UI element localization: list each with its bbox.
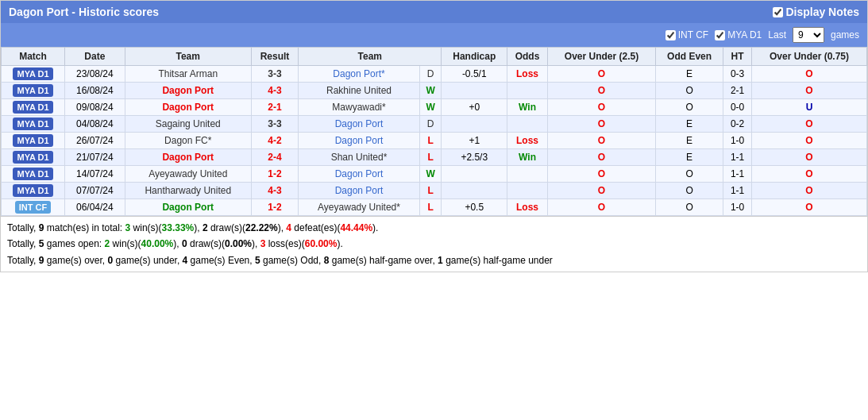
cell-match: MYA D1 bbox=[2, 149, 65, 166]
cell-odd-even: E bbox=[655, 116, 723, 133]
cell-wdl: L bbox=[419, 133, 442, 149]
match-badge: MYA D1 bbox=[13, 118, 52, 130]
cell-odds: Win bbox=[507, 149, 548, 166]
col-odds: Odds bbox=[507, 48, 548, 66]
cell-handicap bbox=[442, 166, 507, 183]
cell-result: 4-2 bbox=[251, 133, 298, 149]
cell-wdl: W bbox=[419, 99, 442, 116]
table-row: INT CF 06/04/24 Dagon Port 1-2 Ayeyawady… bbox=[2, 199, 867, 216]
cell-match: MYA D1 bbox=[2, 116, 65, 133]
cell-result: 2-1 bbox=[251, 99, 298, 116]
cell-team-away: Mawyawadi* bbox=[299, 99, 420, 116]
match-badge: MYA D1 bbox=[13, 151, 52, 164]
cell-match: MYA D1 bbox=[2, 83, 65, 99]
col-team-home: Team bbox=[125, 48, 251, 66]
cell-team-home: Dagon Port bbox=[125, 99, 251, 116]
cell-team-away: Dagon Port bbox=[299, 166, 420, 183]
cell-date: 21/07/24 bbox=[65, 149, 125, 166]
cell-team-away: Dagon Port bbox=[299, 183, 420, 199]
col-date: Date bbox=[65, 48, 125, 66]
table-row: MYA D1 26/07/24 Dagon FC* 4-2 Dagon Port… bbox=[2, 133, 867, 149]
cell-odd-even: O bbox=[655, 183, 723, 199]
cell-result: 2-4 bbox=[251, 149, 298, 166]
cell-over-under-075: O bbox=[751, 66, 866, 83]
cell-odds bbox=[507, 116, 548, 133]
cell-over-under-075: O bbox=[751, 83, 866, 99]
cell-ht: 1-1 bbox=[723, 166, 752, 183]
cell-over-under-075: O bbox=[751, 149, 866, 166]
cell-ht: 1-1 bbox=[723, 183, 752, 199]
col-match: Match bbox=[2, 48, 65, 66]
cell-ht: 1-1 bbox=[723, 149, 752, 166]
cell-odds bbox=[507, 183, 548, 199]
myad1-checkbox[interactable] bbox=[715, 30, 725, 40]
cell-odd-even: O bbox=[655, 199, 723, 216]
cell-odds: Loss bbox=[507, 199, 548, 216]
intcf-filter[interactable]: INT CF bbox=[665, 29, 708, 40]
cell-over-under: O bbox=[548, 66, 656, 83]
table-row: MYA D1 07/07/24 Hantharwady United 4-3 D… bbox=[2, 183, 867, 199]
cell-wdl: L bbox=[419, 183, 442, 199]
cell-odds bbox=[507, 166, 548, 183]
cell-date: 06/04/24 bbox=[65, 199, 125, 216]
cell-handicap: +0.5 bbox=[442, 199, 507, 216]
table-row: MYA D1 14/07/24 Ayeyawady United 1-2 Dag… bbox=[2, 166, 867, 183]
cell-wdl: L bbox=[419, 149, 442, 166]
cell-odd-even: O bbox=[655, 166, 723, 183]
cell-wdl: D bbox=[419, 116, 442, 133]
cell-odd-even: O bbox=[655, 83, 723, 99]
cell-team-away: Shan United* bbox=[299, 149, 420, 166]
cell-over-under: O bbox=[548, 149, 656, 166]
table-row: MYA D1 16/08/24 Dagon Port 4-3 Rakhine U… bbox=[2, 83, 867, 99]
cell-over-under: O bbox=[548, 166, 656, 183]
cell-over-under-075: O bbox=[751, 116, 866, 133]
cell-team-home: Dagon FC* bbox=[125, 133, 251, 149]
myad1-label: MYA D1 bbox=[727, 29, 762, 40]
cell-over-under-075: O bbox=[751, 183, 866, 199]
display-notes-checkbox[interactable] bbox=[773, 7, 783, 17]
cell-team-home: Dagon Port bbox=[125, 199, 251, 216]
intcf-label: INT CF bbox=[678, 29, 708, 40]
cell-over-under: O bbox=[548, 99, 656, 116]
main-container: Dagon Port - Historic scores Display Not… bbox=[0, 0, 868, 272]
cell-odds: Loss bbox=[507, 66, 548, 83]
table-row: MYA D1 21/07/24 Dagon Port 2-4 Shan Unit… bbox=[2, 149, 867, 166]
cell-ht: 0-0 bbox=[723, 99, 752, 116]
cell-match: MYA D1 bbox=[2, 166, 65, 183]
cell-team-away: Ayeyawady United* bbox=[299, 199, 420, 216]
table-row: MYA D1 23/08/24 Thitsar Arman 3-3 Dagon … bbox=[2, 66, 867, 83]
col-result: Result bbox=[251, 48, 298, 66]
cell-odds bbox=[507, 83, 548, 99]
cell-handicap: +0 bbox=[442, 99, 507, 116]
match-badge: MYA D1 bbox=[13, 168, 52, 180]
cell-team-away: Dagon Port bbox=[299, 116, 420, 133]
cell-match: MYA D1 bbox=[2, 133, 65, 149]
col-handicap: Handicap bbox=[442, 48, 507, 66]
cell-odds: Loss bbox=[507, 133, 548, 149]
cell-odd-even: E bbox=[655, 149, 723, 166]
intcf-checkbox[interactable] bbox=[665, 30, 676, 40]
table-row: MYA D1 09/08/24 Dagon Port 2-1 Mawyawadi… bbox=[2, 99, 867, 116]
cell-team-away: Dagon Port bbox=[299, 133, 420, 149]
cell-wdl: W bbox=[419, 83, 442, 99]
cell-result: 3-3 bbox=[251, 116, 298, 133]
cell-result: 4-3 bbox=[251, 183, 298, 199]
cell-date: 09/08/24 bbox=[65, 99, 125, 116]
games-select[interactable]: 95101520All bbox=[793, 27, 824, 43]
summary-line-1: Totally, 9 match(es) in total: 3 win(s)(… bbox=[7, 220, 861, 236]
col-odd-even: Odd Even bbox=[655, 48, 723, 66]
last-label: Last bbox=[768, 29, 786, 40]
myad1-filter[interactable]: MYA D1 bbox=[715, 29, 762, 40]
cell-over-under-075: O bbox=[751, 133, 866, 149]
table-row: MYA D1 04/08/24 Sagaing United 3-3 Dagon… bbox=[2, 116, 867, 133]
display-notes-label: Display Notes bbox=[785, 6, 859, 18]
display-notes-toggle[interactable]: Display Notes bbox=[773, 6, 859, 18]
col-ht: HT bbox=[723, 48, 752, 66]
cell-match: MYA D1 bbox=[2, 99, 65, 116]
cell-date: 16/08/24 bbox=[65, 83, 125, 99]
cell-date: 04/08/24 bbox=[65, 116, 125, 133]
cell-ht: 1-0 bbox=[723, 133, 752, 149]
cell-handicap: +2.5/3 bbox=[442, 149, 507, 166]
header-controls: Display Notes bbox=[773, 6, 859, 18]
cell-team-away: Dagon Port* bbox=[299, 66, 420, 83]
